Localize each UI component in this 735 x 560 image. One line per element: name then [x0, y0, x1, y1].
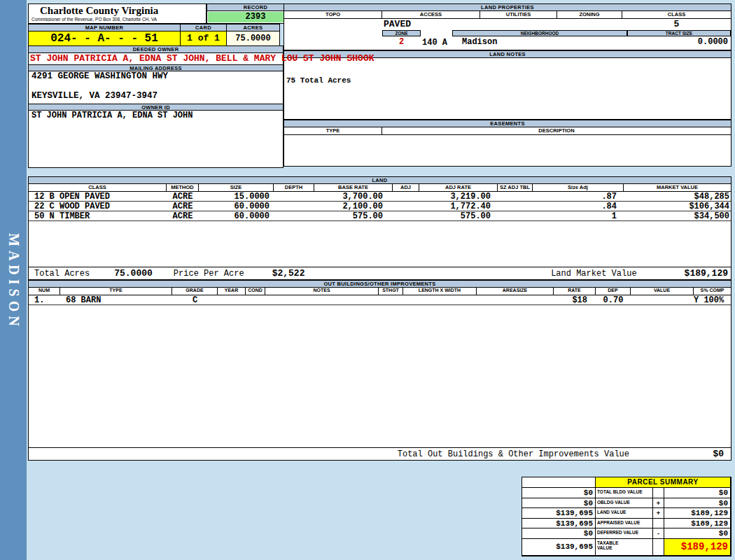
- acres-label: ACRES: [227, 24, 279, 31]
- county-header-box: Charlotte County Virginia Commissioner o…: [28, 4, 206, 24]
- acres-value: 75.0000: [227, 31, 279, 46]
- cell-size-adj: .84: [533, 202, 624, 211]
- easements-panel: EASEMENTS TYPE DESCRIPTION: [284, 120, 732, 167]
- col-access: ACCESS: [382, 11, 480, 19]
- cell-base-rate: 3,700.00: [314, 192, 393, 202]
- summary-taxable-value: $189,129: [664, 539, 731, 556]
- summary-obldg-value: $0: [664, 498, 731, 509]
- cell-size: 60.0000: [199, 202, 274, 211]
- cell-class: 12 B OPEN PAVED: [29, 192, 167, 202]
- col-size-adj: Size Adj: [533, 184, 624, 192]
- col-year: YEAR: [218, 288, 246, 295]
- neighborhood-value: Madison: [452, 36, 627, 50]
- out-buildings-title: OUT BUILDINGS/OTHER IMPROVEMENTS: [29, 281, 731, 288]
- county-title: Charlotte County Virginia: [29, 4, 206, 17]
- parcel-summary: PARCEL SUMMARY $0 TOTAL BLDG VALUE $0 $0…: [522, 477, 732, 556]
- land-market-value: $189,129: [685, 268, 728, 279]
- acres-cell: ACRES 75.0000: [226, 24, 280, 46]
- topo-empty-cell: [284, 30, 382, 50]
- cell-size: 60.0000: [199, 211, 274, 221]
- land-properties-title: LAND PROPERTIES: [284, 4, 731, 11]
- col-depth: DEPTH: [274, 184, 314, 192]
- col-base-rate: BASE RATE: [314, 184, 393, 192]
- owner-panel-filler: [29, 122, 283, 167]
- land-table-header-row: CLASS METHOD SIZE DEPTH BASE RATE ADJ AD…: [29, 184, 731, 192]
- cell-sz-adj-tbl: [498, 192, 533, 202]
- land-row-1: 12 B OPEN PAVED ACRE 15.0000 3,700.00 3,…: [29, 192, 731, 202]
- out-buildings-header-row: NUM TYPE GRADE YEAR COND NOTES STHGT LEN…: [29, 288, 731, 295]
- col-adj-rate: ADJ RATE: [419, 184, 498, 192]
- col-class: CLASS: [29, 184, 167, 192]
- price-per-acre-label: Price Per Acre: [174, 269, 244, 279]
- out-building-row-1: 1. 68 BARN C $18 0.70 Y 100%: [29, 295, 731, 305]
- owner-id-label: OWNER ID: [29, 104, 283, 111]
- cell-length-width: [403, 295, 477, 305]
- cell-method: ACRE: [167, 202, 199, 211]
- out-buildings-total-label: Total Out Buildings & Other Improvements…: [398, 449, 629, 459]
- land-totals-row: Total Acres 75.0000 Price Per Acre $2,52…: [29, 267, 731, 279]
- col-type: TYPE: [60, 288, 172, 295]
- cell-adj-rate: 1,772.40: [419, 202, 498, 211]
- land-properties-header-row: TOPO ACCESS UTILITIES ZONING CLASS: [284, 11, 731, 19]
- cell-num: 1.: [29, 295, 60, 305]
- summary-prev-taxable: $139,695: [522, 539, 596, 556]
- land-properties-values-row: PAVED 5: [284, 19, 731, 30]
- summary-prev-land: $139,695: [522, 508, 596, 519]
- summary-deferred-value: $0: [664, 528, 731, 539]
- easements-header-row: TYPE DESCRIPTION: [284, 127, 731, 135]
- col-easement-description: DESCRIPTION: [382, 127, 731, 135]
- land-row-2: 22 C WOOD PAVED ACRE 60.0000 2,100.00 1,…: [29, 202, 731, 211]
- cell-adj-rate: 3,219.00: [419, 192, 498, 202]
- summary-label-appraised: APPRAISED VALUE: [596, 519, 653, 529]
- land-table-title: LAND: [29, 177, 731, 184]
- col-sz-adj-tbl: SZ ADJ TBL: [498, 184, 533, 192]
- col-topo: TOPO: [284, 11, 382, 19]
- cell-depth: [274, 192, 314, 202]
- summary-label-taxable-text: TAXABLE VALUE: [597, 540, 628, 551]
- col-zoning: ZONING: [557, 11, 622, 19]
- col-rate: RATE: [554, 288, 596, 295]
- out-buildings-total-value: $0: [629, 449, 731, 459]
- summary-label-deferred: DEFERRED VALUE: [596, 528, 653, 539]
- cell-adj-rate: 575.00: [419, 211, 498, 221]
- cell-size-adj: 1: [533, 211, 624, 221]
- col-dep: DEP: [596, 288, 631, 295]
- col-easement-type: TYPE: [284, 127, 382, 135]
- zone-cell: ZONE 2: [382, 30, 421, 50]
- summary-label-taxable: TAXABLE VALUE: [596, 539, 653, 556]
- summary-op-deferred: -: [653, 528, 664, 539]
- deeded-owner-value: ST JOHN PATRICIA A, EDNA ST JOHN, BELL &…: [29, 53, 283, 64]
- out-buildings-totals-row: Total Out Buildings & Other Improvements…: [29, 447, 731, 460]
- land-table-empty-area: [29, 221, 731, 267]
- mailing-address-label: MAILING ADDRESS: [29, 64, 283, 71]
- summary-op-taxable: [653, 539, 664, 556]
- card-value: 1 of 1: [181, 31, 226, 46]
- card-label: CARD: [181, 24, 226, 31]
- col-notes: NOTES: [265, 288, 379, 295]
- summary-label-land: LAND VALUE: [596, 508, 653, 519]
- cell-notes: [265, 295, 379, 305]
- cell-cond: [246, 295, 265, 305]
- county-subtitle: Commissioner of the Revenue, PO Box 308,…: [29, 17, 206, 22]
- cell-adj: [393, 211, 419, 221]
- col-value: VALUE: [631, 288, 694, 295]
- summary-empty-header-cell: [522, 477, 596, 488]
- col-market-value: MARKET VALUE: [624, 184, 731, 192]
- cell-areasize: [477, 295, 554, 305]
- cell-value: [631, 295, 694, 305]
- summary-land-value: $189,129: [664, 508, 731, 519]
- summary-prev-obldg: $0: [522, 498, 596, 509]
- col-utilities: UTILITIES: [480, 11, 557, 19]
- col-sthgt: STHGT: [379, 288, 403, 295]
- cell-size: 15.0000: [199, 192, 274, 202]
- total-acres-label: Total Acres: [34, 269, 90, 279]
- summary-op-obldg: +: [653, 498, 664, 509]
- cell-size-adj: .87: [533, 192, 624, 202]
- cell-market-value: $106,344: [624, 202, 731, 211]
- cell-type: 68 BARN: [60, 295, 172, 305]
- mailing-address-line1: 4291 GEORGE WASHINGTON HWY: [29, 71, 283, 81]
- side-strip: MADISON: [0, 0, 27, 560]
- neighborhood-cell: NEIGHBORHOOD Madison: [452, 30, 627, 50]
- deeded-owner-label: DEEDED OWNER: [29, 46, 283, 53]
- out-buildings-table: OUT BUILDINGS/OTHER IMPROVEMENTS NUM TYP…: [28, 280, 732, 461]
